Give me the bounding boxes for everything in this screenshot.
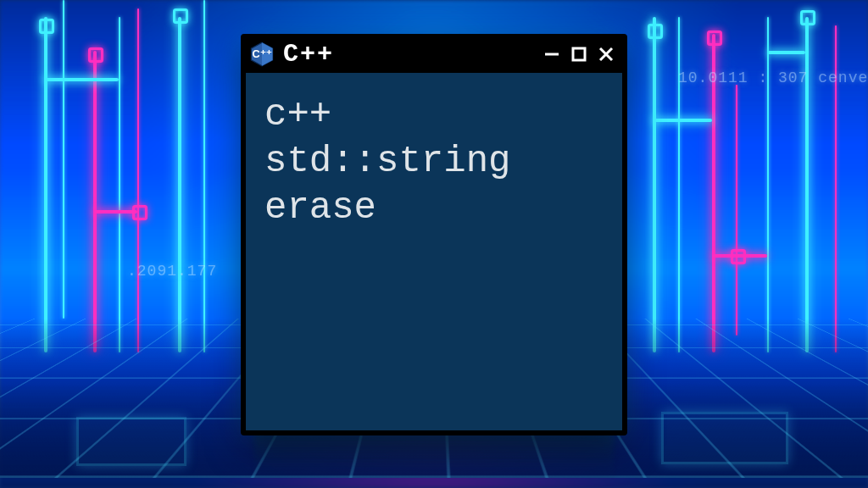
neon-vline: [178, 17, 181, 352]
titlebar[interactable]: C⁺⁺ C++: [242, 36, 626, 73]
bg-label-right: 10.0111 : 307 cenvery: [678, 69, 868, 86]
neon-node: [173, 8, 188, 24]
neon-vline: [653, 17, 656, 352]
window-controls: [542, 45, 615, 64]
neon-node: [88, 47, 103, 63]
neon-vline: [736, 85, 737, 336]
neon-hconn: [44, 78, 119, 81]
window-title: C++: [283, 40, 542, 69]
neon-node: [731, 249, 746, 264]
svg-text:C⁺⁺: C⁺⁺: [252, 48, 271, 60]
neon-vline: [805, 17, 809, 352]
neon-node: [800, 10, 815, 25]
window-reflection: [254, 430, 614, 481]
neon-vline: [63, 0, 64, 319]
content-text: c++ std::string erase: [246, 73, 622, 250]
client-area: c++ std::string erase: [246, 73, 622, 430]
line-3: erase: [264, 186, 376, 229]
neon-vline: [678, 17, 680, 352]
maximize-button[interactable]: [570, 45, 588, 64]
neon-vline: [203, 0, 205, 352]
neon-node: [39, 19, 54, 34]
neon-node: [707, 30, 722, 46]
bg-label-left: .2091.177: [127, 263, 217, 280]
neon-node: [132, 205, 147, 220]
floor-tile: [76, 417, 186, 466]
minimize-button[interactable]: [542, 45, 561, 64]
terminal-window: C⁺⁺ C++ c++ std::string erase: [242, 36, 626, 434]
close-button[interactable]: [597, 45, 615, 64]
neon-vline: [119, 17, 120, 352]
neon-vline: [767, 17, 769, 352]
floor-tile: [661, 412, 788, 464]
svg-rect-4: [573, 48, 585, 60]
line-2: std::string: [264, 140, 510, 182]
line-1: c++: [264, 93, 331, 136]
neon-hconn: [653, 119, 712, 122]
neon-hconn: [93, 210, 137, 214]
neon-node: [648, 24, 663, 39]
neon-vline: [93, 51, 97, 352]
neon-vline: [44, 17, 47, 352]
cpp-hex-icon: C⁺⁺: [249, 42, 275, 67]
neon-vline: [137, 8, 139, 352]
neon-hconn: [767, 51, 805, 54]
